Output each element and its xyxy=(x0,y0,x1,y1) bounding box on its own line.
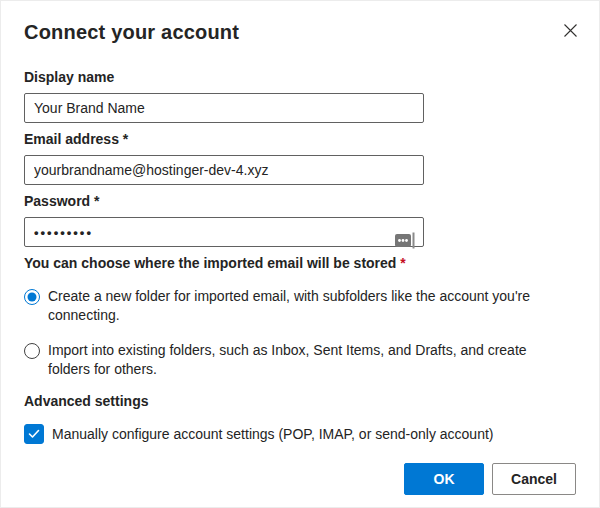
close-button[interactable] xyxy=(561,21,580,40)
radio-option-label: Import into existing folders, such as In… xyxy=(48,341,564,379)
dialog-footer: OK Cancel xyxy=(24,463,576,495)
email-input[interactable] xyxy=(24,155,424,185)
credentials-icon[interactable] xyxy=(395,232,417,249)
display-name-input[interactable] xyxy=(24,93,424,123)
display-name-label: Display name xyxy=(24,70,576,85)
checkbox-checked-icon[interactable] xyxy=(24,424,44,444)
email-required-mark: * xyxy=(123,131,128,147)
connect-account-dialog: Connect your account Display name Email … xyxy=(0,0,600,508)
storage-heading: You can choose where the imported email … xyxy=(24,256,576,271)
cancel-button[interactable]: Cancel xyxy=(492,463,576,495)
close-icon xyxy=(563,26,578,41)
dialog-header: Connect your account xyxy=(24,20,576,44)
manual-config-checkbox-row[interactable]: Manually configure account settings (POP… xyxy=(24,424,576,444)
dialog-title: Connect your account xyxy=(24,20,239,44)
ok-button[interactable]: OK xyxy=(404,463,484,495)
radio-selected-icon[interactable] xyxy=(24,289,40,305)
password-field-wrap xyxy=(24,217,424,247)
radio-unselected-icon[interactable] xyxy=(24,343,40,359)
password-input[interactable] xyxy=(24,217,424,247)
password-required-mark: * xyxy=(94,193,99,209)
manual-config-checkbox-label: Manually configure account settings (POP… xyxy=(52,425,494,443)
radio-option-new-folder[interactable]: Create a new folder for imported email, … xyxy=(24,287,576,325)
advanced-settings-heading: Advanced settings xyxy=(24,394,576,409)
radio-option-label: Create a new folder for imported email, … xyxy=(48,287,564,325)
email-label: Email address * xyxy=(24,132,576,147)
storage-required-mark: * xyxy=(400,255,405,271)
password-label: Password * xyxy=(24,194,576,209)
radio-option-existing-folders[interactable]: Import into existing folders, such as In… xyxy=(24,341,576,379)
